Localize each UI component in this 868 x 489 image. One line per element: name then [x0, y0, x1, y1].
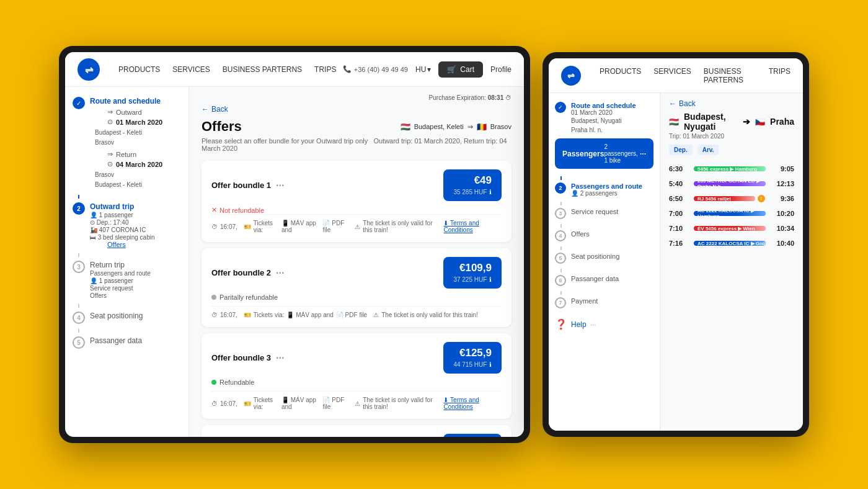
tablet-2-screen: ⇌ PRODUCTS SERVICES BUSINESS PARTERNS TR… [549, 58, 803, 431]
expiry-bar: Purchase Expiration: 08:31 ⏱ [202, 94, 512, 101]
cart-icon: 🛒 [447, 65, 456, 74]
date-2: ⊙ 04 March 2020 [107, 160, 162, 168]
step-2-sub2: ⊙ Dep.: 17:40 [90, 219, 155, 226]
offer-3-footer: ⏱ 16:07, 🎫 Tickets via: 📱 MÁV app and 📄 … [211, 391, 502, 410]
offer-3-more[interactable]: ··· [276, 352, 284, 364]
step2-6-title: Passanger data [571, 275, 619, 282]
nav2-business[interactable]: BUSINESS PARTERNS [704, 67, 756, 84]
back-button[interactable]: ← Back [202, 105, 512, 114]
offer-3-terms[interactable]: ⬇ Terms and Conditions [443, 397, 502, 410]
offer-3-price-btn[interactable]: €125,9 44 715 HUF ℹ [443, 342, 502, 374]
nav-products[interactable]: PRODUCTS [118, 65, 160, 74]
offer-2-price-btn[interactable]: €109,9 37 225 HUF ℹ [443, 257, 502, 289]
back-button-2[interactable]: ← Back [669, 99, 794, 108]
step-3-sub2: 👤 1 passenger [90, 277, 151, 284]
nav-business[interactable]: BUSINESS PARTERNS [223, 65, 302, 74]
logo[interactable]: ⇌ [78, 58, 100, 81]
step2-5-num: 5 [555, 253, 566, 264]
nav-services[interactable]: SERVICES [172, 65, 210, 74]
nav-links-2: PRODUCTS SERVICES BUSINESS PARTERNS TRIP… [600, 67, 790, 84]
sidebar-step-1: ✓ Route and schedule ⇒ Outward ⊙ 01 Marc… [73, 97, 181, 190]
profile-link[interactable]: Profile [490, 65, 512, 74]
arr-box: Arv. [698, 145, 719, 155]
offer-1-title: Offer boundle 1 ··· [211, 180, 284, 191]
help-icon: ❓ [555, 318, 567, 330]
nav2-trips[interactable]: TRIPS [769, 67, 790, 84]
return-label: ⇒ Return [107, 150, 162, 158]
help-dots[interactable]: ··· [590, 320, 596, 329]
sidebar-step-4: 4 Seat positioning [73, 312, 181, 324]
page-title: Offers [202, 119, 242, 135]
tablet-1-screen: ⇌ PRODUCTS SERVICES BUSINESS PARTERNS TR… [65, 52, 524, 437]
offer-2-title: Offer boundle 2 ··· [211, 267, 284, 279]
train-row-2: 5:40 285 METROPOLITAN EC ▶ Praha N.h. 12… [669, 180, 794, 187]
tablet-2: ⇌ PRODUCTS SERVICES BUSINESS PARTERNS TR… [542, 52, 809, 437]
phone-icon: 📞 [343, 65, 352, 73]
step2-7-title: Payment [571, 297, 598, 305]
help-label[interactable]: Help [571, 320, 587, 329]
ticket-icon: 🎫 [244, 400, 251, 407]
offer-2-warning: ⚠ The ticket is only valid for this trai… [373, 312, 478, 318]
step2-2-content: Passengers and route 👤 2 passengers [571, 182, 642, 197]
logo-2[interactable]: ⇌ [561, 66, 581, 86]
date-1: ⊙ 01 March 2020 [107, 118, 162, 126]
passengers-panel[interactable]: Passengers 2 passengers, 1 bike ··· [555, 138, 653, 169]
step-2-content: Outward trip 👤 1 passenger ⊙ Dep.: 17:40… [90, 202, 155, 248]
clock-icon: ⏱ [211, 223, 218, 230]
step2-6-num: 6 [555, 275, 566, 286]
step2-1-check: ✓ [555, 102, 566, 113]
offer-3-header: Offer boundle 3 ··· €125,9 44 715 HUF ℹ [211, 342, 502, 374]
step-2-offers[interactable]: Offers [107, 241, 155, 248]
info-icon: ℹ [489, 189, 492, 195]
clock-icon: ⏱ [505, 94, 512, 101]
step-4-content: Seat positioning [90, 312, 143, 320]
dep-box: Dep. [669, 145, 693, 155]
nav-trips[interactable]: TRIPS [314, 65, 336, 74]
back-arrow-icon-2: ← [669, 99, 676, 108]
main-layout: ✓ Route and schedule ⇒ Outward ⊙ 01 Marc… [65, 87, 524, 437]
step2-1-content: Route and schedule 01 March 2020 Budapes… [571, 102, 636, 135]
offer-4-price-btn[interactable]: €149,9 37 225 HUF ℹ [443, 434, 502, 437]
step2-2-num: 2 [555, 182, 566, 194]
offer-2-time: ⏱ 16:07, [211, 312, 237, 318]
offer-card-2: Offer boundle 2 ··· €109,9 37 225 HUF ℹ [202, 248, 512, 327]
arrow-icon: ⇒ [467, 123, 473, 131]
offer-2-refund: Paritally refundable [211, 294, 502, 301]
sidebar2-step-4: 4 Offers [555, 230, 653, 241]
nav-right: 📞 +36 (40) 49 49 49 HU ▾ 🛒 Cart Profile [343, 61, 512, 78]
step-2-num: 2 [73, 202, 85, 215]
nav2-products[interactable]: PRODUCTS [600, 67, 641, 84]
content-2: ← Back 🇭🇺 Budapest, Nyugati ➔ 🇨🇿 Praha T… [660, 93, 803, 431]
train-row-4: 7:00 AC 2222 KALOCSA IC ▶ Hamburg 10:20 [669, 210, 794, 217]
offer-1-price-btn[interactable]: €49 35 285 HUF ℹ [443, 169, 502, 201]
offer-2-more[interactable]: ··· [276, 267, 284, 279]
offer-4-header: Offer boundle 2 ··· €149,9 37 225 HUF ℹ [211, 434, 502, 437]
sidebar2-step-6: 6 Passanger data [555, 275, 653, 286]
sidebar2-step-1: ✓ Route and schedule 01 March 2020 Budap… [555, 102, 653, 135]
sidebar: ✓ Route and schedule ⇒ Outward ⊙ 01 Marc… [65, 87, 189, 437]
partial-dot [211, 295, 216, 300]
nav-lang[interactable]: HU ▾ [415, 65, 431, 74]
offer-2-footer-left: ⏱ 16:07, 🎫 Tickets via: 📱 MÁV app and 📄 … [211, 312, 478, 318]
route-info: 🇭🇺 Budapest, Keleti ⇒ 🇷🇴 Brasov [401, 122, 512, 132]
svg-text:⇌: ⇌ [85, 65, 94, 75]
cart-button[interactable]: 🛒 Cart [438, 61, 483, 78]
step2-1-route: Budapest, Nyugati Praha hl. n. [571, 116, 636, 135]
offer-2-tickets: 🎫 Tickets via: 📱 MÁV app and 📄 PDF file [244, 312, 367, 318]
svg-text:⇌: ⇌ [567, 71, 575, 81]
offer-1-more[interactable]: ··· [276, 180, 284, 191]
step2-1-title: Route and schedule [571, 102, 636, 109]
step2-2-sub: 👤 2 passengers [571, 190, 642, 197]
ticket-icon: 🎫 [244, 312, 251, 318]
info-icon: ℹ [489, 276, 492, 283]
step-5-num: 5 [73, 336, 85, 349]
step2-7-num: 7 [555, 297, 566, 308]
nav-phone: 📞 +36 (40) 49 49 49 [343, 65, 408, 73]
step-3-sub3: Service request [90, 285, 151, 292]
step2-2-title: Passengers and route [571, 182, 642, 190]
offer-1-terms[interactable]: ⬇ Terms and Conditions [443, 220, 502, 233]
nav2-services[interactable]: SERVICES [653, 67, 691, 84]
step-4-num: 4 [73, 312, 85, 324]
chevron-down-icon: ▾ [427, 65, 431, 74]
offer-3-footer-left: ⏱ 16:07, 🎫 Tickets via: 📱 MÁV app and 📄 … [211, 397, 443, 410]
